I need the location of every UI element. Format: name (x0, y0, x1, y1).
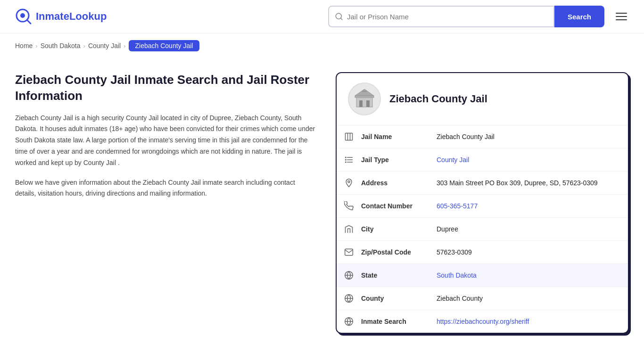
svg-line-4 (340, 18, 342, 19)
svg-point-18 (346, 159, 347, 160)
menu-button[interactable] (614, 11, 629, 22)
info-row: County Ziebach County (337, 287, 628, 310)
info-value: Ziebach County (437, 288, 628, 309)
logo-link[interactable]: InmateLookup (15, 8, 107, 25)
breadcrumb-home[interactable]: Home (15, 42, 33, 49)
svg-rect-11 (346, 133, 353, 140)
description-2: Below we have given information about th… (15, 177, 317, 200)
city-icon (337, 218, 361, 240)
location-icon (337, 172, 361, 194)
info-value-text: Ziebach County Jail (437, 133, 495, 140)
info-label: Inmate Search (361, 311, 437, 332)
svg-point-20 (348, 181, 350, 182)
search-input[interactable] (347, 13, 548, 21)
building-icon (353, 87, 376, 111)
info-value-text: 303 Main Street PO Box 309, Dupree, SD, … (437, 179, 598, 187)
info-rows-container: Jail Name Ziebach County Jail Jail Type … (337, 125, 628, 333)
card-jail-name: Ziebach County Jail (389, 93, 487, 105)
info-value-text: Dupree (437, 225, 458, 233)
hamburger-line (616, 19, 627, 20)
svg-point-17 (346, 157, 347, 158)
info-label: Zip/Postal Code (361, 242, 437, 263)
info-label: County (361, 288, 437, 309)
breadcrumb-state[interactable]: South Dakota (41, 42, 81, 49)
svg-line-2 (27, 20, 31, 24)
info-value-text: 57623-0309 (437, 248, 472, 256)
info-label: State (361, 265, 437, 286)
info-value: Dupree (437, 219, 628, 239)
info-label: Jail Type (361, 149, 437, 170)
info-value-link[interactable]: South Dakota (437, 272, 477, 279)
search-wrapper (328, 6, 554, 27)
info-row: City Dupree (337, 218, 628, 241)
info-label: Address (361, 173, 437, 193)
breadcrumb-current: Ziebach County Jail (129, 40, 200, 51)
info-row: Address 303 Main Street PO Box 309, Dupr… (337, 172, 628, 195)
svg-rect-7 (366, 100, 370, 107)
svg-point-1 (20, 13, 25, 18)
main-content: Ziebach County Jail Inmate Search and Ja… (0, 58, 644, 362)
info-row: Zip/Postal Code 57623-0309 (337, 241, 628, 264)
info-value-link[interactable]: 605-365-5177 (437, 202, 478, 210)
hamburger-line (616, 16, 627, 17)
logo-text: InmateLookup (36, 10, 107, 23)
breadcrumb-sep-1: › (35, 42, 37, 49)
svg-rect-5 (356, 97, 372, 107)
info-label: Jail Name (361, 126, 437, 147)
left-panel: Ziebach County Jail Inmate Search and Ja… (15, 72, 317, 208)
info-label: City (361, 219, 437, 239)
info-row: Inmate Search https://ziebachcounty.org/… (337, 310, 628, 333)
info-value: 57623-0309 (437, 242, 628, 263)
info-value-text: Ziebach County (437, 295, 483, 302)
info-card: Ziebach County Jail Jail Name Ziebach Co… (336, 72, 629, 334)
search-button[interactable]: Search (554, 6, 604, 27)
info-row: State South Dakota (337, 264, 628, 287)
site-header: InmateLookup Search (0, 0, 644, 33)
info-value[interactable]: South Dakota (437, 265, 628, 286)
svg-rect-10 (362, 90, 367, 92)
jail-icon (337, 125, 361, 148)
globe-icon (337, 264, 361, 287)
svg-marker-9 (355, 89, 374, 96)
info-value: Ziebach County Jail (437, 126, 628, 147)
info-value[interactable]: https://ziebachcounty.org/sheriff (437, 311, 628, 332)
info-value[interactable]: 605-365-5177 (437, 196, 628, 216)
breadcrumb-sep-3: › (124, 42, 125, 49)
phone-icon (337, 195, 361, 217)
svg-rect-6 (359, 100, 363, 107)
mail-icon (337, 241, 361, 263)
jail-avatar (348, 82, 381, 115)
svg-rect-8 (355, 96, 374, 98)
breadcrumb-sep-2: › (83, 42, 85, 49)
info-value[interactable]: County Jail (437, 149, 628, 170)
info-label: Contact Number (361, 196, 437, 216)
page-title: Ziebach County Jail Inmate Search and Ja… (15, 72, 317, 104)
info-value: 303 Main Street PO Box 309, Dupree, SD, … (437, 173, 628, 193)
right-panel: Ziebach County Jail Jail Name Ziebach Co… (336, 72, 629, 334)
description-1: Ziebach County Jail is a high security C… (15, 113, 317, 169)
hamburger-line (616, 13, 627, 14)
info-row: Jail Type County Jail (337, 148, 628, 172)
info-value-link[interactable]: County Jail (437, 156, 469, 164)
info-value-link[interactable]: https://ziebachcounty.org/sheriff (437, 318, 529, 325)
list-icon (337, 148, 361, 171)
breadcrumb-type[interactable]: County Jail (88, 42, 121, 49)
info-row: Contact Number 605-365-5177 (337, 195, 628, 218)
search-area: Search (328, 6, 629, 27)
county-icon (337, 287, 361, 310)
breadcrumb: Home › South Dakota › County Jail › Zieb… (0, 33, 644, 58)
svg-point-19 (346, 162, 347, 163)
card-header: Ziebach County Jail (337, 73, 628, 125)
search-globe-icon (337, 310, 361, 333)
info-row: Jail Name Ziebach County Jail (337, 125, 628, 148)
search-icon (335, 12, 343, 21)
logo-icon (15, 8, 32, 25)
